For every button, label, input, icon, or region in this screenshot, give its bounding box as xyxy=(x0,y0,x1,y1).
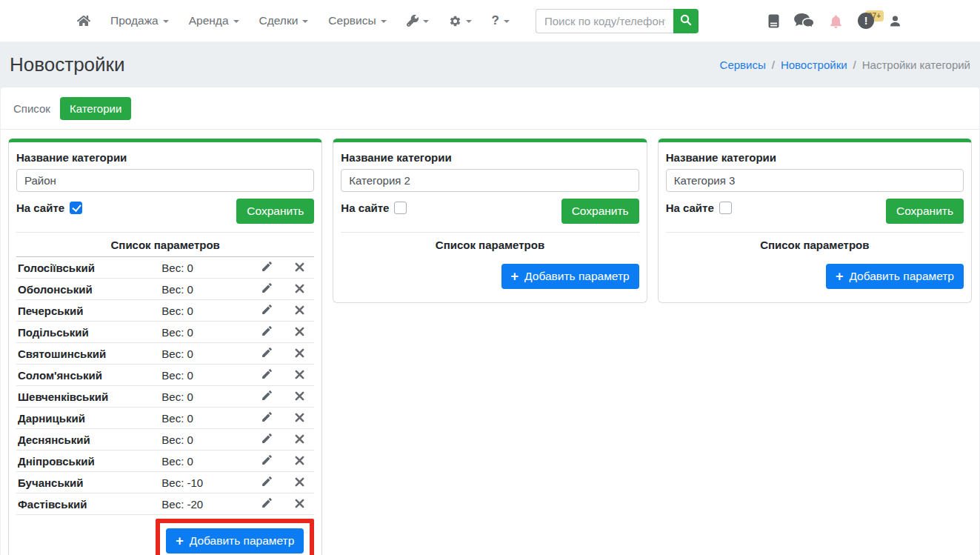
add-param-label: Добавить параметр xyxy=(190,534,295,548)
menu-sdelki[interactable]: Сделки xyxy=(259,14,309,27)
category-name-input[interactable] xyxy=(341,169,639,192)
edit-param-button[interactable] xyxy=(249,411,284,425)
edit-param-button[interactable] xyxy=(249,282,284,296)
onsite-label: На сайте xyxy=(341,202,389,214)
category-card-3: Название категории На сайте Сохранить Сп… xyxy=(658,139,972,303)
delete-param-button[interactable] xyxy=(284,412,314,425)
param-name: Печерський xyxy=(16,305,161,317)
delete-param-button[interactable] xyxy=(284,476,314,489)
home-icon xyxy=(77,15,90,27)
menu-label: Сделки xyxy=(259,14,299,27)
tab-kategorii[interactable]: Категории xyxy=(60,97,131,120)
tab-spisok[interactable]: Список xyxy=(13,97,50,120)
onsite-group: На сайте xyxy=(666,199,732,214)
param-name: Фастівський xyxy=(16,498,161,511)
journal-icon[interactable] xyxy=(768,14,779,28)
add-param-button[interactable]: + Добавить параметр xyxy=(501,264,639,289)
category-cards: Название категории На сайте Сохранить Сп… xyxy=(1,130,979,555)
x-icon xyxy=(295,476,304,489)
messages-icon[interactable] xyxy=(794,13,814,29)
param-weight: Вес: 0 xyxy=(161,326,249,339)
onsite-checkbox[interactable] xyxy=(70,202,82,214)
params-title: Список параметров xyxy=(666,233,964,256)
delete-param-button[interactable] xyxy=(284,305,314,317)
edit-param-button[interactable] xyxy=(249,303,284,318)
category-card-2: Название категории На сайте Сохранить Сп… xyxy=(333,139,647,303)
breadcrumb-link-servisy[interactable]: Сервисы xyxy=(720,59,766,71)
edit-param-button[interactable] xyxy=(249,368,284,382)
edit-param-button[interactable] xyxy=(249,432,284,447)
user-icon[interactable] xyxy=(889,14,901,28)
edit-param-button[interactable] xyxy=(249,389,284,404)
params-table: Голосіївський Вес: 0 xyxy=(16,257,314,515)
delete-param-button[interactable] xyxy=(284,348,314,360)
delete-param-button[interactable] xyxy=(284,455,314,468)
onsite-row: На сайте Сохранить xyxy=(341,199,639,224)
param-row: Деснянський Вес: 0 xyxy=(16,429,314,451)
onsite-label: На сайте xyxy=(666,202,714,214)
tab-bar: Список Категории xyxy=(1,87,979,130)
help-icon: ? xyxy=(492,13,499,28)
bell-icon[interactable] xyxy=(829,13,843,29)
edit-param-button[interactable] xyxy=(249,325,284,339)
help-menu[interactable]: ? xyxy=(492,13,510,28)
add-param-label: Добавить параметр xyxy=(524,270,630,283)
param-row: Подільський Вес: 0 xyxy=(16,322,314,343)
x-icon xyxy=(295,283,304,296)
delete-param-button[interactable] xyxy=(284,391,314,403)
save-button[interactable]: Сохранить xyxy=(236,199,314,224)
param-row: Солом'янський Вес: 0 xyxy=(16,365,314,386)
param-weight: Вес: 0 xyxy=(161,348,249,360)
delete-param-button[interactable] xyxy=(284,262,314,274)
home-button[interactable] xyxy=(77,15,90,27)
edit-param-button[interactable] xyxy=(249,496,284,511)
edit-param-button[interactable] xyxy=(249,453,284,468)
param-name: Деснянський xyxy=(16,433,161,446)
breadcrumb-link-novostroyki[interactable]: Новостройки xyxy=(781,59,847,71)
plus-icon: + xyxy=(176,535,184,547)
onsite-row: На сайте Сохранить xyxy=(666,199,964,224)
edit-param-button[interactable] xyxy=(249,346,284,361)
search-button[interactable] xyxy=(673,9,699,33)
alert-icon[interactable]: 97+ ! xyxy=(858,13,874,29)
add-param-row: + Добавить параметр xyxy=(666,256,964,296)
onsite-checkbox[interactable] xyxy=(394,202,407,214)
x-icon xyxy=(295,262,304,274)
x-icon xyxy=(295,326,304,339)
menu-arenda[interactable]: Аренда xyxy=(189,14,239,27)
add-param-row: + Добавить параметр xyxy=(341,256,639,296)
search-input[interactable] xyxy=(536,9,673,33)
onsite-checkbox[interactable] xyxy=(719,202,732,214)
add-param-button[interactable]: + Добавить параметр xyxy=(166,528,304,554)
breadcrumb-separator: / xyxy=(772,59,775,71)
save-button[interactable]: Сохранить xyxy=(561,199,639,224)
param-name: Шевченківський xyxy=(16,391,161,403)
menu-prodazha[interactable]: Продажа xyxy=(110,14,169,27)
page-header: Новостройки Сервисы / Новостройки / Наст… xyxy=(0,42,980,87)
param-row: Фастівський Вес: -20 xyxy=(16,493,314,515)
pencil-icon xyxy=(261,432,273,447)
delete-param-button[interactable] xyxy=(284,369,314,382)
edit-param-button[interactable] xyxy=(249,260,284,275)
x-icon xyxy=(295,433,304,446)
tools-menu[interactable] xyxy=(407,15,429,27)
chevron-down-icon xyxy=(233,20,239,23)
delete-param-button[interactable] xyxy=(284,498,314,511)
category-name-input[interactable] xyxy=(666,169,964,192)
category-name-label: Название категории xyxy=(16,151,314,164)
delete-param-button[interactable] xyxy=(284,326,314,339)
delete-param-button[interactable] xyxy=(284,433,314,446)
onsite-label: На сайте xyxy=(16,202,64,214)
add-param-button[interactable]: + Добавить параметр xyxy=(826,264,964,289)
save-button[interactable]: Сохранить xyxy=(886,199,964,224)
settings-menu[interactable] xyxy=(449,15,472,27)
param-name: Оболонський xyxy=(16,283,161,296)
chevron-down-icon xyxy=(381,20,387,23)
edit-param-button[interactable] xyxy=(249,475,284,490)
menu-servisy[interactable]: Сервисы xyxy=(328,14,386,27)
delete-param-button[interactable] xyxy=(284,283,314,296)
red-highlight-box: + Добавить параметр xyxy=(156,519,314,555)
category-name-input[interactable] xyxy=(16,169,314,192)
x-icon xyxy=(295,412,304,425)
param-row: Дніпровський Вес: 0 xyxy=(16,451,314,472)
